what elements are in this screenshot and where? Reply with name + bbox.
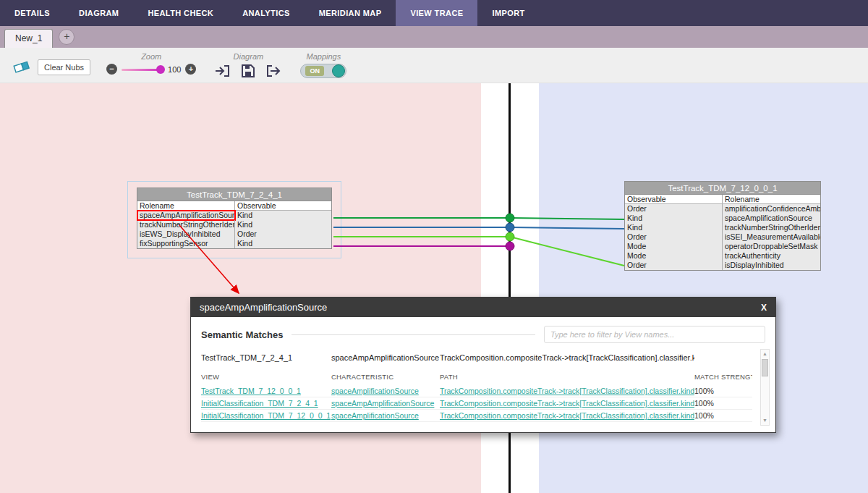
table-row[interactable]: isEWS_DisplayInhibited Order	[137, 229, 331, 239]
mappings-toggle[interactable]: ON	[300, 64, 346, 78]
diagram-canvas: TestTrack_TDM_7_2_4_1 Rolename Observabl…	[0, 83, 868, 493]
import-icon	[215, 64, 231, 78]
match-rows: TestTrack_TDM_7_12_0_0_1 spaceAmplificat…	[201, 385, 765, 422]
rolename-cell[interactable]: trackNumberStringOtherIden	[723, 223, 820, 232]
semantic-matches-dialog: spaceAmpAmplificationSource X Semantic M…	[190, 297, 776, 433]
export-diagram-button[interactable]	[263, 64, 284, 80]
match-strength: 100%	[694, 411, 752, 420]
match-row: InitialClassification_TDM_7_12_0_0_1 spa…	[201, 410, 752, 422]
context-characteristic: spaceAmpAmplificationSource	[331, 353, 440, 362]
table-row[interactable]: Mode operatorDroppableSetMask	[625, 242, 820, 251]
nav-item-details[interactable]: DETAILS	[0, 0, 64, 26]
column-header-path: PATH	[440, 373, 694, 381]
nav-item-analytics[interactable]: ANALYTICS	[228, 0, 305, 26]
table-row[interactable]: Kind trackNumberStringOtherIden	[625, 223, 820, 232]
clear-nubs-button[interactable]: Clear Nubs	[38, 59, 90, 75]
left-node-selection[interactable]: TestTrack_TDM_7_2_4_1 Rolename Observabl…	[127, 181, 341, 258]
match-view-link[interactable]: InitialClassification_TDM_7_2_4_1	[201, 399, 331, 408]
observable-cell: Kind	[235, 211, 331, 220]
right-node-title[interactable]: TestTrack_TDM_7_12_0_0_1	[625, 182, 820, 195]
rolename-cell[interactable]: operatorDroppableSetMask	[723, 242, 820, 251]
save-icon	[241, 64, 255, 78]
rolename-cell[interactable]: isDisplayInhibited	[723, 261, 820, 270]
rolename-cell[interactable]: trackAuthenticity	[723, 251, 820, 261]
rolename-cell[interactable]: isEWS_DisplayInhibited	[137, 229, 235, 239]
zoom-out-button[interactable]: −	[106, 64, 117, 75]
rolename-cell[interactable]: trackNumberStringOtherIden	[137, 220, 235, 229]
export-icon	[265, 64, 281, 78]
match-view-link[interactable]: InitialClassification_TDM_7_12_0_0_1	[201, 411, 331, 420]
table-row[interactable]: Kind spaceAmplificationSource	[625, 214, 820, 223]
mappings-label: Mappings	[307, 52, 341, 61]
zoom-label: Zoom	[141, 52, 161, 61]
zoom-group: Zoom − 100 +	[106, 48, 196, 75]
column-header-observable: Observable	[235, 201, 331, 210]
table-row[interactable]: Mode trackAuthenticity	[625, 251, 820, 261]
rolename-cell[interactable]: spaceAmplificationSource	[723, 214, 820, 223]
column-header-characteristic: CHARACTERISTIC	[331, 373, 440, 381]
add-tab-button[interactable]: +	[59, 29, 75, 45]
rolename-cell[interactable]: fixSupportingSensor	[137, 239, 235, 248]
section-title: Semantic Matches	[201, 329, 283, 340]
observable-cell: Mode	[625, 242, 723, 251]
nav-item-meridian-map[interactable]: MERIDIAN MAP	[305, 0, 396, 26]
dialog-header[interactable]: spaceAmpAmplificationSource X	[191, 298, 775, 317]
left-node-header-row: Rolename Observable	[137, 201, 331, 211]
dialog-close-button[interactable]: X	[761, 303, 767, 313]
match-strength: 100%	[694, 387, 752, 395]
tab-new-1[interactable]: New_1	[4, 29, 53, 48]
left-node-title[interactable]: TestTrack_TDM_7_2_4_1	[137, 188, 331, 201]
load-diagram-button[interactable]	[212, 64, 234, 80]
match-strength: 100%	[694, 399, 752, 408]
column-header-view: VIEW	[201, 373, 331, 381]
match-row: TestTrack_TDM_7_12_0_0_1 spaceAmplificat…	[201, 385, 752, 397]
column-header-match-strength: MATCH STRENGTH	[694, 373, 752, 381]
match-characteristic-link[interactable]: spaceAmpAmplificationSource	[331, 399, 440, 408]
view-filter-input[interactable]	[544, 326, 765, 343]
save-diagram-button[interactable]	[238, 64, 258, 80]
rolename-cell[interactable]: isSEI_MeasurementAvailable	[723, 232, 820, 242]
scrollbar-thumb[interactable]	[762, 359, 768, 376]
rolename-cell[interactable]: amplificationConfidenceAmb	[723, 204, 820, 214]
rolename-cell-highlighted[interactable]: spaceAmpAmplificationSource	[137, 211, 235, 220]
table-row[interactable]: trackNumberStringOtherIden Kind	[137, 220, 331, 229]
match-table-header: VIEW CHARACTERISTIC PATH MATCH STRENGTH	[201, 373, 752, 381]
toolbar: Clear Nubs Zoom − 100 + Diagram	[0, 48, 868, 83]
observable-cell: Order	[625, 204, 723, 214]
match-characteristic-link[interactable]: spaceAmplificationSource	[331, 387, 440, 395]
nav-item-health-check[interactable]: HEALTH CHECK	[133, 0, 228, 26]
diagram-label: Diagram	[234, 52, 264, 61]
right-node[interactable]: TestTrack_TDM_7_12_0_0_1 Observable Role…	[624, 181, 821, 271]
table-row[interactable]: Order isSEI_MeasurementAvailable	[625, 232, 820, 242]
column-header-observable: Observable	[625, 195, 723, 203]
eraser-icon	[13, 60, 30, 73]
context-path: TrackComposition.compositeTrack->track[T…	[440, 353, 694, 362]
nav-item-diagram[interactable]: DIAGRAM	[64, 0, 133, 26]
zoom-in-button[interactable]: +	[185, 64, 196, 75]
observable-cell: Order	[625, 261, 723, 270]
table-row[interactable]: fixSupportingSensor Kind	[137, 239, 331, 248]
context-view: TestTrack_TDM_7_2_4_1	[201, 353, 331, 362]
match-characteristic-link[interactable]: spaceAmplificationSource	[331, 411, 440, 420]
match-path-link[interactable]: TrackComposition.compositeTrack->track[T…	[440, 411, 694, 420]
scroll-down-arrow-icon[interactable]: ▼	[761, 416, 769, 425]
observable-cell: Order	[235, 229, 331, 239]
table-row[interactable]: Order amplificationConfidenceAmb	[625, 204, 820, 214]
observable-cell: Kind	[235, 239, 331, 248]
toggle-state-label: ON	[305, 66, 324, 76]
zoom-slider[interactable]	[122, 65, 163, 74]
zoom-slider-handle[interactable]	[156, 65, 165, 74]
eraser-button[interactable]	[10, 60, 33, 75]
table-row[interactable]: spaceAmpAmplificationSource Kind	[137, 211, 331, 220]
match-path-link[interactable]: TrackComposition.compositeTrack->track[T…	[440, 387, 694, 395]
match-row: InitialClassification_TDM_7_2_4_1 spaceA…	[201, 397, 752, 410]
nav-item-view-trace[interactable]: VIEW TRACE	[396, 0, 477, 26]
dialog-scrollbar[interactable]: ▲ ▼	[760, 349, 770, 426]
diagram-group: Diagram	[212, 48, 284, 80]
match-path-link[interactable]: TrackComposition.compositeTrack->track[T…	[440, 399, 694, 408]
match-view-link[interactable]: TestTrack_TDM_7_12_0_0_1	[201, 387, 331, 395]
scroll-up-arrow-icon[interactable]: ▲	[761, 350, 769, 358]
zoom-value: 100	[168, 65, 181, 74]
table-row[interactable]: Order isDisplayInhibited	[625, 261, 820, 270]
nav-item-import[interactable]: IMPORT	[477, 0, 539, 26]
